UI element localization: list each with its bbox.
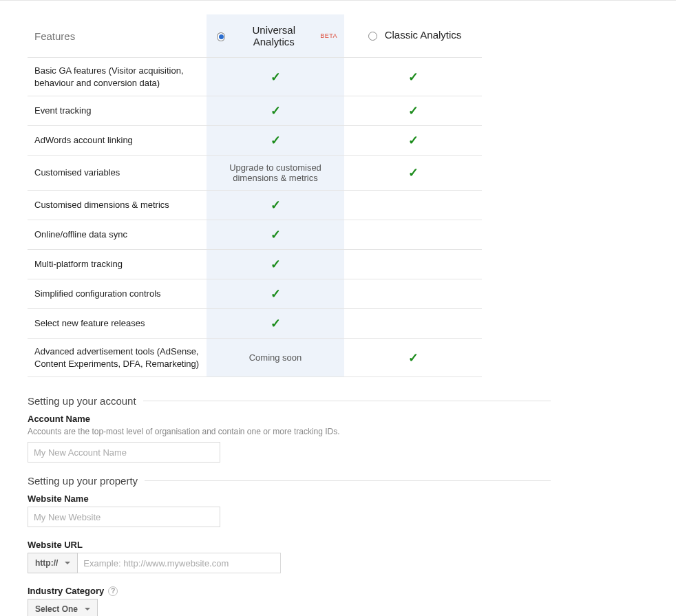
- protocol-selected-value: http://: [35, 558, 58, 568]
- feature-cell: Customised variables: [28, 156, 207, 191]
- property-section-heading: Setting up your property: [28, 475, 145, 487]
- ua-value-cell: ✓: [207, 126, 344, 156]
- table-row: Basic GA features (Visitor acquisition, …: [28, 58, 482, 96]
- ua-value-cell: ✓: [207, 96, 344, 126]
- chevron-down-icon: [85, 608, 90, 610]
- ua-value-cell: ✓: [207, 220, 344, 250]
- table-row: Event tracking✓✓: [28, 96, 482, 126]
- ua-value-cell: Upgrade to customised dimensions & metri…: [207, 156, 344, 191]
- classic-value-cell: ✓: [344, 126, 482, 156]
- check-icon: ✓: [271, 134, 281, 147]
- check-icon: ✓: [408, 70, 419, 84]
- feature-cell: Simplified configuration controls: [28, 279, 207, 309]
- beta-badge: BETA: [320, 32, 337, 39]
- check-icon: ✓: [271, 198, 281, 212]
- industry-category-select[interactable]: Select One: [28, 599, 98, 616]
- feature-cell: AdWords account linking: [28, 126, 207, 156]
- chevron-down-icon: [65, 562, 70, 564]
- check-icon: ✓: [271, 257, 281, 271]
- feature-cell: Basic GA features (Visitor acquisition, …: [28, 58, 207, 96]
- feature-cell: Select new feature releases: [28, 309, 207, 339]
- classic-value-cell: ✓: [344, 96, 482, 126]
- classic-value-cell: [344, 250, 482, 279]
- table-row: Customised dimensions & metrics✓: [28, 191, 482, 220]
- feature-cell: Event tracking: [28, 96, 207, 126]
- account-name-label: Account Name: [28, 414, 648, 424]
- classic-value-cell: ✓: [344, 58, 482, 96]
- feature-comparison-table: Features Universal Analytics BETA Classi…: [28, 14, 482, 377]
- table-row: AdWords account linking✓✓: [28, 126, 482, 156]
- universal-analytics-radio[interactable]: [217, 32, 225, 41]
- table-row: Online/offline data sync✓: [28, 220, 482, 250]
- check-icon: ✓: [271, 228, 281, 242]
- check-icon: ✓: [271, 104, 281, 118]
- table-row: Select new feature releases✓: [28, 309, 482, 339]
- ua-value-cell: ✓: [207, 309, 344, 339]
- check-icon: ✓: [408, 166, 419, 180]
- classic-value-cell: [344, 279, 482, 309]
- divider: [143, 401, 551, 401]
- check-icon: ✓: [271, 317, 281, 330]
- universal-analytics-column-head[interactable]: Universal Analytics BETA: [207, 14, 344, 58]
- website-name-input[interactable]: [28, 507, 220, 527]
- classic-value-cell: [344, 220, 482, 250]
- divider: [145, 480, 551, 481]
- feature-cell: Multi-platform tracking: [28, 250, 207, 279]
- features-column-head: Features: [28, 14, 207, 58]
- table-row: Advanced advertisement tools (AdSense, C…: [28, 339, 482, 377]
- check-icon: ✓: [271, 287, 281, 301]
- ua-value-cell: ✓: [207, 279, 344, 309]
- check-icon: ✓: [408, 104, 419, 118]
- account-name-input[interactable]: [28, 442, 220, 463]
- check-icon: ✓: [408, 134, 419, 147]
- universal-analytics-label: Universal Analytics: [233, 24, 315, 47]
- protocol-select[interactable]: http://: [28, 553, 78, 573]
- feature-cell: Online/offline data sync: [28, 220, 207, 250]
- classic-analytics-column-head[interactable]: Classic Analytics: [344, 14, 482, 58]
- classic-value-cell: [344, 191, 482, 220]
- ua-value-cell: ✓: [207, 191, 344, 220]
- classic-value-cell: [344, 309, 482, 339]
- account-name-description: Accounts are the top-most level of organ…: [28, 427, 648, 436]
- ua-value-cell: Coming soon: [207, 339, 344, 377]
- industry-selected-value: Select One: [35, 604, 78, 614]
- ua-value-cell: ✓: [207, 250, 344, 279]
- classic-value-cell: ✓: [344, 339, 482, 377]
- industry-category-label: Industry Category: [28, 586, 104, 596]
- ua-value-cell: ✓: [207, 58, 344, 96]
- website-url-label: Website URL: [28, 540, 648, 550]
- check-icon: ✓: [408, 351, 419, 365]
- account-section-heading: Setting up your account: [28, 395, 143, 407]
- classic-value-cell: ✓: [344, 156, 482, 191]
- table-row: Customised variablesUpgrade to customise…: [28, 156, 482, 191]
- table-row: Simplified configuration controls✓: [28, 279, 482, 309]
- classic-analytics-label: Classic Analytics: [385, 29, 462, 41]
- feature-cell: Customised dimensions & metrics: [28, 191, 207, 220]
- feature-cell: Advanced advertisement tools (AdSense, C…: [28, 339, 207, 377]
- website-name-label: Website Name: [28, 493, 648, 504]
- check-icon: ✓: [271, 70, 281, 84]
- help-icon[interactable]: ?: [108, 586, 118, 596]
- table-row: Multi-platform tracking✓: [28, 250, 482, 279]
- classic-analytics-radio[interactable]: [368, 32, 377, 41]
- website-url-input[interactable]: [78, 553, 281, 573]
